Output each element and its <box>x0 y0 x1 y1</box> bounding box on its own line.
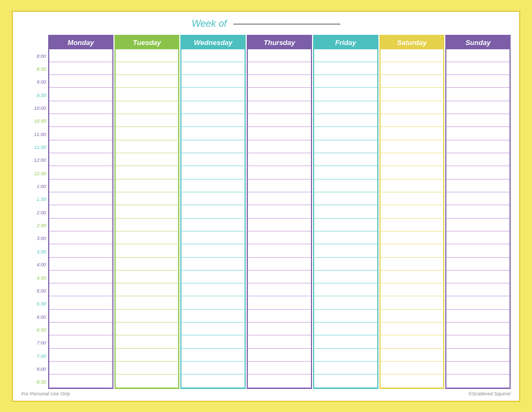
day-slot[interactable] <box>446 192 510 205</box>
day-slots-tuesday[interactable] <box>116 49 179 388</box>
day-slot[interactable] <box>314 362 377 374</box>
day-slot[interactable] <box>181 101 245 114</box>
day-slot[interactable] <box>248 114 311 127</box>
day-slot[interactable] <box>49 179 112 192</box>
day-slot[interactable] <box>314 179 377 192</box>
day-slot[interactable] <box>116 335 179 348</box>
day-slot[interactable] <box>446 335 510 348</box>
day-slot[interactable] <box>314 192 377 205</box>
day-slots-thursday[interactable] <box>248 49 311 388</box>
day-slot[interactable] <box>381 258 444 271</box>
day-slot[interactable] <box>446 219 510 231</box>
day-slot[interactable] <box>248 75 311 88</box>
day-slot[interactable] <box>49 49 112 62</box>
day-slot[interactable] <box>381 310 444 323</box>
day-slot[interactable] <box>314 140 377 153</box>
day-slot[interactable] <box>248 166 311 179</box>
day-slot[interactable] <box>248 271 311 283</box>
day-slot[interactable] <box>49 153 112 166</box>
day-slot[interactable] <box>248 101 311 114</box>
day-slot[interactable] <box>49 349 112 362</box>
day-slot[interactable] <box>446 49 510 62</box>
day-slot[interactable] <box>181 310 245 323</box>
day-slot[interactable] <box>381 192 444 205</box>
day-slot[interactable] <box>248 153 311 166</box>
day-slot[interactable] <box>116 192 179 205</box>
day-slot[interactable] <box>314 310 377 323</box>
day-slot[interactable] <box>116 127 179 140</box>
day-slot[interactable] <box>248 283 311 296</box>
day-slot[interactable] <box>248 231 311 244</box>
day-slot[interactable] <box>49 140 112 153</box>
day-slot[interactable] <box>381 140 444 153</box>
day-slot[interactable] <box>116 101 179 114</box>
day-slot[interactable] <box>181 114 245 127</box>
day-slot[interactable] <box>446 271 510 283</box>
day-slot[interactable] <box>446 62 510 75</box>
day-slot[interactable] <box>181 231 245 244</box>
day-slot[interactable] <box>116 283 179 296</box>
day-slot[interactable] <box>181 296 245 309</box>
day-slot[interactable] <box>381 244 444 257</box>
day-slot[interactable] <box>446 310 510 323</box>
day-slot[interactable] <box>314 374 377 387</box>
day-slots-wednesday[interactable] <box>181 49 245 388</box>
day-slot[interactable] <box>181 374 245 387</box>
day-slot[interactable] <box>49 310 112 323</box>
day-slot[interactable] <box>181 49 245 62</box>
day-slot[interactable] <box>116 140 179 153</box>
day-slot[interactable] <box>381 205 444 218</box>
day-slot[interactable] <box>381 101 444 114</box>
day-slot[interactable] <box>181 349 245 362</box>
day-slot[interactable] <box>49 127 112 140</box>
day-slot[interactable] <box>181 62 245 75</box>
day-slot[interactable] <box>116 49 179 62</box>
day-slot[interactable] <box>181 205 245 218</box>
day-slot[interactable] <box>381 231 444 244</box>
day-slot[interactable] <box>314 49 377 62</box>
day-slot[interactable] <box>181 271 245 283</box>
day-slot[interactable] <box>181 323 245 335</box>
day-slot[interactable] <box>314 166 377 179</box>
day-slot[interactable] <box>314 283 377 296</box>
day-slot[interactable] <box>49 244 112 257</box>
day-slot[interactable] <box>49 205 112 218</box>
day-slot[interactable] <box>314 244 377 257</box>
day-slot[interactable] <box>248 296 311 309</box>
day-slot[interactable] <box>446 127 510 140</box>
day-slot[interactable] <box>49 101 112 114</box>
day-slot[interactable] <box>181 335 245 348</box>
day-slot[interactable] <box>446 231 510 244</box>
day-slot[interactable] <box>248 179 311 192</box>
day-slot[interactable] <box>49 166 112 179</box>
day-slot[interactable] <box>116 179 179 192</box>
day-slot[interactable] <box>116 166 179 179</box>
day-slot[interactable] <box>181 244 245 257</box>
day-slot[interactable] <box>116 75 179 88</box>
day-slot[interactable] <box>381 49 444 62</box>
day-slot[interactable] <box>381 323 444 335</box>
day-slot[interactable] <box>248 244 311 257</box>
day-slot[interactable] <box>314 219 377 231</box>
day-slot[interactable] <box>381 179 444 192</box>
day-slot[interactable] <box>381 374 444 387</box>
day-slot[interactable] <box>314 88 377 101</box>
day-slot[interactable] <box>49 258 112 271</box>
day-slot[interactable] <box>116 310 179 323</box>
day-slot[interactable] <box>116 244 179 257</box>
day-slot[interactable] <box>381 88 444 101</box>
day-slot[interactable] <box>381 271 444 283</box>
day-slot[interactable] <box>381 166 444 179</box>
day-slot[interactable] <box>446 75 510 88</box>
day-slot[interactable] <box>49 362 112 374</box>
day-slot[interactable] <box>314 75 377 88</box>
day-slot[interactable] <box>381 283 444 296</box>
day-slot[interactable] <box>381 127 444 140</box>
day-slot[interactable] <box>314 205 377 218</box>
day-slot[interactable] <box>381 114 444 127</box>
day-slot[interactable] <box>248 88 311 101</box>
day-slot[interactable] <box>248 192 311 205</box>
day-slot[interactable] <box>314 114 377 127</box>
day-slot[interactable] <box>381 75 444 88</box>
day-slot[interactable] <box>49 296 112 309</box>
